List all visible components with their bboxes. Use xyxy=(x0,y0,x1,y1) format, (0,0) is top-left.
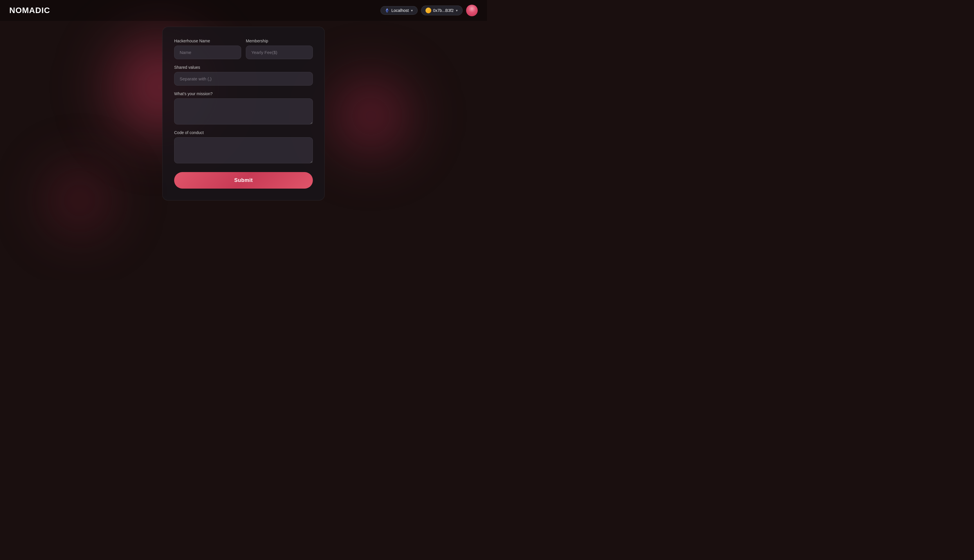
hackerhouse-name-input[interactable] xyxy=(174,45,241,59)
shared-values-input[interactable] xyxy=(174,72,313,86)
navbar: NOMADIC Localhost ▼ 0x7b...B3f2 ▼ xyxy=(0,0,487,21)
navbar-right: Localhost ▼ 0x7b...B3f2 ▼ xyxy=(380,5,478,16)
main-content: Hackerhouse Name Membership Shared value… xyxy=(0,21,487,206)
wallet-coin-icon xyxy=(425,8,431,13)
eth-icon xyxy=(385,8,389,13)
hackerhouse-name-group: Hackerhouse Name xyxy=(174,38,241,59)
wallet-address: 0x7b...B3f2 xyxy=(433,8,454,13)
submit-button[interactable]: Submit xyxy=(174,172,313,188)
wallet-chevron-icon: ▼ xyxy=(455,9,458,12)
network-label: Localhost xyxy=(391,8,409,13)
network-selector[interactable]: Localhost ▼ xyxy=(380,6,418,15)
membership-input[interactable] xyxy=(246,45,313,59)
conduct-textarea[interactable] xyxy=(174,137,313,163)
form-card: Hackerhouse Name Membership Shared value… xyxy=(162,27,325,200)
shared-values-label: Shared values xyxy=(174,65,313,70)
avatar[interactable] xyxy=(466,5,478,16)
membership-group: Membership xyxy=(246,38,313,59)
shared-values-group: Shared values xyxy=(174,65,313,86)
mission-label: What's your mission? xyxy=(174,92,313,96)
network-chevron-icon: ▼ xyxy=(410,9,413,12)
hackerhouse-name-label: Hackerhouse Name xyxy=(174,38,241,43)
mission-group: What's your mission? xyxy=(174,92,313,125)
conduct-group: Code of conduct xyxy=(174,130,313,163)
wallet-selector[interactable]: 0x7b...B3f2 ▼ xyxy=(421,5,463,15)
membership-label: Membership xyxy=(246,38,313,43)
avatar-image xyxy=(466,5,478,16)
name-membership-row: Hackerhouse Name Membership xyxy=(174,38,313,59)
mission-textarea[interactable] xyxy=(174,98,313,125)
conduct-label: Code of conduct xyxy=(174,130,313,135)
logo: NOMADIC xyxy=(9,6,50,15)
